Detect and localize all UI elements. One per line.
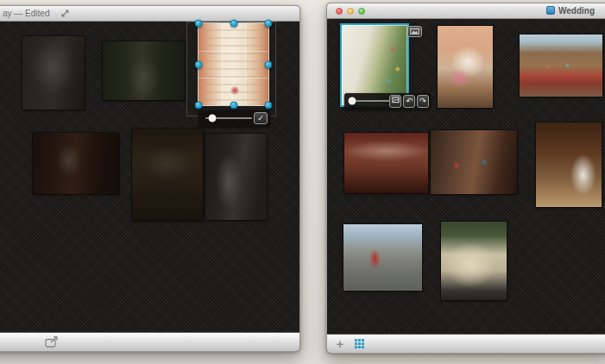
album-bottom-bar: + bbox=[327, 334, 605, 353]
edited-badge bbox=[407, 26, 422, 37]
crop-handle-bottom-left[interactable] bbox=[195, 102, 203, 110]
album-window-title: Wedding bbox=[558, 6, 595, 16]
crop-gridline bbox=[199, 51, 268, 52]
crop-zoom-panel: ✓ bbox=[199, 110, 270, 127]
thumbnail-street-bus[interactable] bbox=[343, 224, 422, 291]
thumbnail-dress-hanging[interactable] bbox=[22, 36, 85, 110]
crop-handle-left-mid[interactable] bbox=[195, 60, 203, 68]
thumbnail-standing-guests[interactable] bbox=[431, 130, 517, 194]
crop-tool-icon bbox=[392, 96, 400, 104]
grid-view-icon bbox=[355, 339, 357, 342]
photo-edit-toolbar: ↶ ↷ bbox=[344, 93, 431, 110]
editor-bottom-bar bbox=[0, 332, 299, 351]
crop-handle-right-mid[interactable] bbox=[265, 60, 273, 68]
share-button[interactable] bbox=[44, 336, 61, 348]
album-photo-grid: ↶ ↷ bbox=[327, 19, 605, 334]
zoom-button[interactable] bbox=[358, 8, 365, 15]
share-icon bbox=[44, 336, 61, 348]
editor-titlebar[interactable]: ay — Edited bbox=[0, 6, 299, 22]
crop-zoom-slider-thumb[interactable] bbox=[209, 115, 217, 122]
thumbnail-bookshelf-room[interactable] bbox=[520, 35, 602, 97]
album-titlebar[interactable]: Wedding bbox=[327, 3, 605, 19]
crop-handle-top-right[interactable] bbox=[265, 20, 273, 28]
crop-handle-top-mid[interactable] bbox=[230, 20, 237, 28]
crop-gridline bbox=[222, 23, 223, 105]
thumbnail-ceremony[interactable] bbox=[33, 133, 119, 194]
thumbnail-hall-interior[interactable] bbox=[132, 129, 203, 221]
close-button[interactable] bbox=[336, 8, 343, 15]
crop-handle-top-left[interactable] bbox=[195, 20, 203, 28]
thumbnail-mirror-flowers[interactable] bbox=[438, 26, 493, 108]
editor-photo-grid: ✓ bbox=[0, 22, 299, 332]
album-proxy-icon bbox=[546, 6, 555, 15]
crop-handle-bottom-right[interactable] bbox=[265, 102, 273, 110]
redo-button[interactable]: ↷ bbox=[417, 95, 429, 108]
crop-handle-bottom-mid[interactable] bbox=[230, 102, 237, 110]
thumbnail-bride-hall[interactable] bbox=[536, 122, 602, 207]
crop-gridline bbox=[245, 23, 246, 105]
thumbnail-couple-bw[interactable] bbox=[205, 134, 267, 220]
editor-window-title: ay — Edited bbox=[3, 9, 49, 18]
undo-button[interactable]: ↶ bbox=[403, 95, 415, 108]
grid-view-button[interactable] bbox=[355, 339, 364, 348]
crop-tool-button[interactable] bbox=[389, 95, 401, 108]
photo-badge-icon bbox=[410, 28, 419, 35]
add-photos-button[interactable]: + bbox=[334, 337, 346, 350]
photo-editor-window: ay — Edited bbox=[0, 5, 300, 352]
desktop: ay — Edited bbox=[0, 0, 605, 364]
thumbnail-vintage-bus[interactable] bbox=[441, 222, 507, 300]
crop-gridline bbox=[199, 78, 268, 78]
fullscreen-icon[interactable] bbox=[60, 9, 70, 18]
thumbnail-path-trees[interactable] bbox=[103, 41, 185, 100]
crop-confirm-button[interactable]: ✓ bbox=[254, 112, 268, 124]
thumbnail-seated-guests[interactable] bbox=[344, 133, 428, 193]
photo-zoom-slider-thumb[interactable] bbox=[349, 97, 356, 105]
minimize-button[interactable] bbox=[347, 8, 354, 15]
crop-photo-corset[interactable] bbox=[199, 23, 268, 105]
album-window: Wedding ↶ ↷ bbox=[326, 3, 605, 354]
